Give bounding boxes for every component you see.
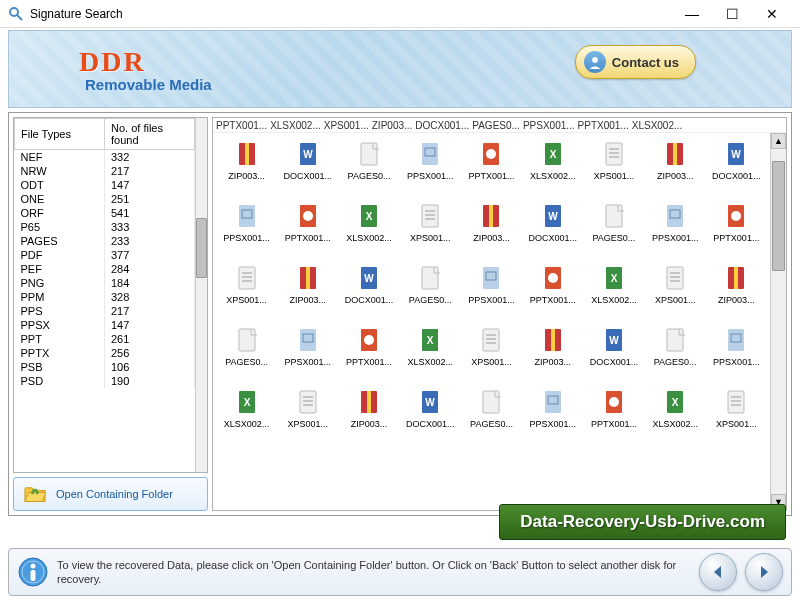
breadcrumb-item[interactable]: PPTX001... [578,120,629,131]
file-item[interactable]: PAGES0... [339,141,398,199]
file-item[interactable]: ZIP003... [339,389,398,447]
file-item[interactable]: PPTX001... [707,203,766,261]
table-row[interactable]: PDF377 [15,248,195,262]
file-item[interactable]: PPTX001... [523,265,582,323]
file-item[interactable]: PAGES0... [646,327,705,385]
files-grid[interactable]: ZIP003...WDOCX001...PAGES0...PPSX001...P… [213,133,770,510]
file-name-label: PPSX001... [713,357,760,367]
file-item[interactable]: ZIP003... [462,203,521,261]
table-row[interactable]: PPSX147 [15,318,195,332]
breadcrumb-item[interactable]: PAGES0... [472,120,520,131]
file-item[interactable]: PPSX001... [646,203,705,261]
file-item[interactable]: PPTX001... [278,203,337,261]
file-item[interactable]: XPS001... [646,265,705,323]
info-icon [17,556,49,588]
breadcrumb-item[interactable]: ZIP003... [372,120,413,131]
file-item[interactable]: ZIP003... [707,265,766,323]
scroll-up-arrow[interactable]: ▲ [771,133,786,149]
file-item[interactable]: PPTX001... [462,141,521,199]
file-item[interactable]: XXLSX002... [523,141,582,199]
file-item[interactable]: ZIP003... [523,327,582,385]
file-item[interactable]: WDOCX001... [339,265,398,323]
brand-banner-link[interactable]: Data-Recovery-Usb-Drive.com [499,504,786,540]
file-item[interactable]: PPSX001... [462,265,521,323]
minimize-button[interactable]: — [672,2,712,26]
table-row[interactable]: P65333 [15,220,195,234]
file-item[interactable]: XPS001... [278,389,337,447]
table-row[interactable]: NEF332 [15,150,195,165]
file-item[interactable]: XXLSX002... [646,389,705,447]
file-item[interactable]: WDOCX001... [278,141,337,199]
table-row[interactable]: PNG184 [15,276,195,290]
file-count-cell: 261 [105,332,195,346]
file-item[interactable]: ZIP003... [278,265,337,323]
file-item[interactable]: ZIP003... [646,141,705,199]
file-item[interactable]: PPSX001... [278,327,337,385]
breadcrumb-item[interactable]: XLSX002... [270,120,321,131]
forward-button[interactable] [745,553,783,591]
file-item[interactable]: PAGES0... [217,327,276,385]
file-item[interactable]: WDOCX001... [523,203,582,261]
file-item[interactable]: WDOCX001... [584,327,643,385]
breadcrumb[interactable]: PPTX001...XLSX002...XPS001...ZIP003...DO… [213,118,786,133]
table-row[interactable]: PPS217 [15,304,195,318]
table-row[interactable]: PPM328 [15,290,195,304]
svg-rect-104 [31,570,36,581]
file-item[interactable]: PPTX001... [339,327,398,385]
table-row[interactable]: PSB106 [15,360,195,374]
breadcrumb-item[interactable]: XLSX002... [632,120,683,131]
file-item[interactable]: PPSX001... [217,203,276,261]
file-type-cell: NRW [15,164,105,178]
breadcrumb-item[interactable]: PPSX001... [523,120,575,131]
file-count-cell: 333 [105,220,195,234]
breadcrumb-item[interactable]: DOCX001... [415,120,469,131]
table-row[interactable]: PAGES233 [15,234,195,248]
file-item[interactable]: XXLSX002... [584,265,643,323]
table-row[interactable]: PSD190 [15,374,195,388]
table-row[interactable]: NRW217 [15,164,195,178]
table-row[interactable]: ONE251 [15,192,195,206]
file-name-label: XLSX002... [591,295,637,305]
file-item[interactable]: XPS001... [707,389,766,447]
file-item[interactable]: PAGES0... [584,203,643,261]
xps-file-icon [418,203,442,231]
file-item[interactable]: XXLSX002... [401,327,460,385]
file-item[interactable]: XXLSX002... [339,203,398,261]
file-item[interactable]: PPSX001... [401,141,460,199]
file-name-label: ZIP003... [473,233,510,243]
table-row[interactable]: PEF284 [15,262,195,276]
back-button[interactable] [699,553,737,591]
contact-us-button[interactable]: Contact us [575,45,696,79]
table-row[interactable]: PPTX256 [15,346,195,360]
file-item[interactable]: PPSX001... [523,389,582,447]
pptx-file-icon [357,327,381,355]
file-item[interactable]: WDOCX001... [707,141,766,199]
breadcrumb-item[interactable]: XPS001... [324,120,369,131]
col-file-types[interactable]: File Types [15,119,105,150]
file-item[interactable]: ZIP003... [217,141,276,199]
open-containing-folder-button[interactable]: Open Containing Folder [13,477,208,511]
ppsx-file-icon [479,265,503,293]
file-item[interactable]: PAGES0... [401,265,460,323]
table-row[interactable]: PPT261 [15,332,195,346]
table-row[interactable]: ORF541 [15,206,195,220]
svg-rect-28 [422,205,438,227]
file-item[interactable]: PPSX001... [707,327,766,385]
table-row[interactable]: ODT147 [15,178,195,192]
file-types-table[interactable]: File Types No. of files found NEF332NRW2… [13,117,208,473]
table-scrollbar[interactable] [195,118,207,472]
maximize-button[interactable]: ☐ [712,2,752,26]
file-item[interactable]: XPS001... [462,327,521,385]
breadcrumb-item[interactable]: PPTX001... [216,120,267,131]
file-item[interactable]: XPS001... [401,203,460,261]
close-button[interactable]: ✕ [752,2,792,26]
file-name-label: XLSX002... [530,171,576,181]
file-item[interactable]: PPTX001... [584,389,643,447]
file-item[interactable]: WDOCX001... [401,389,460,447]
col-files-found[interactable]: No. of files found [105,119,195,150]
file-item[interactable]: XPS001... [584,141,643,199]
files-scrollbar[interactable]: ▲ ▼ [770,133,786,510]
file-item[interactable]: XPS001... [217,265,276,323]
file-item[interactable]: PAGES0... [462,389,521,447]
file-item[interactable]: XXLSX002... [217,389,276,447]
